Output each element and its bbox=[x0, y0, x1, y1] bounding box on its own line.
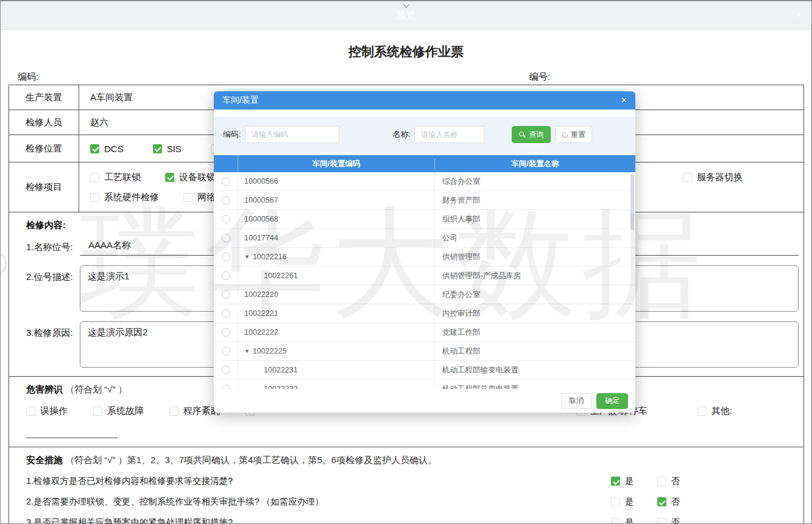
modal-title: 车间/装置 bbox=[222, 95, 259, 106]
table-row[interactable]: ▼10022220 纪委办公室 bbox=[214, 285, 635, 304]
row-radio[interactable] bbox=[222, 215, 230, 223]
row-radio[interactable] bbox=[222, 366, 230, 374]
reset-button[interactable]: 重置 bbox=[556, 126, 592, 143]
system-failure-checkbox[interactable] bbox=[93, 407, 102, 416]
row-name: 公司 bbox=[435, 233, 635, 243]
table-row[interactable]: ▼10017744 公司 bbox=[214, 229, 635, 248]
workshop-device-modal: 车间/装置 × 编码: 名称: 查询 重置 车间/装置编码 车间/装置名称 bbox=[214, 91, 635, 413]
row-radio[interactable] bbox=[222, 328, 230, 337]
yes-label: 是 bbox=[625, 496, 634, 508]
row-name: 党建工作部 bbox=[435, 327, 635, 338]
misoperation-label: 误操作 bbox=[40, 405, 68, 417]
row-radio[interactable] bbox=[222, 177, 230, 186]
row-radio[interactable] bbox=[222, 234, 230, 242]
no-checkbox[interactable] bbox=[657, 497, 666, 506]
hazard-heading-text: 危害辨识 bbox=[26, 384, 63, 394]
table-row[interactable]: ▼10022221 内控审计部 bbox=[214, 304, 635, 323]
row-code: 10000568 bbox=[244, 215, 278, 223]
no-label: 否 bbox=[671, 517, 680, 524]
dcs-checkbox[interactable] bbox=[90, 144, 99, 153]
row-code: 10022220 bbox=[244, 290, 278, 299]
confirm-button[interactable]: 确定 bbox=[596, 393, 628, 409]
collapse-chevron-icon[interactable] bbox=[403, 2, 409, 5]
yes-label: 是 bbox=[625, 475, 634, 487]
table-row[interactable]: ▼10022225 机动工程部 bbox=[214, 342, 635, 361]
reset-button-label: 重置 bbox=[571, 130, 585, 140]
cancel-button[interactable]: 取消 bbox=[561, 393, 591, 409]
server-switch-checkbox[interactable] bbox=[683, 173, 692, 182]
row-code: 10022231 bbox=[264, 366, 298, 374]
process-interlock-label: 工艺联锁 bbox=[104, 172, 141, 183]
number-label: 编号: bbox=[529, 71, 550, 83]
table-row[interactable]: ▼10022232 机动工程部总变电装置 bbox=[214, 380, 635, 389]
misoperation-checkbox[interactable] bbox=[26, 407, 35, 416]
hazard-note: （符合划 “√” ） bbox=[65, 384, 127, 394]
modal-close-icon[interactable]: × bbox=[621, 96, 627, 105]
table-row[interactable]: ▼10000566 综合办公室 bbox=[214, 172, 635, 191]
table-body: ▼10000566 综合办公室 ▼10000567 财务资产部 ▼1000056… bbox=[214, 172, 635, 389]
dcs-label: DCS bbox=[104, 144, 124, 154]
row-name: 综合办公室 bbox=[435, 176, 635, 187]
row-radio[interactable] bbox=[222, 309, 230, 318]
row-radio[interactable] bbox=[222, 347, 230, 355]
search-code-input[interactable] bbox=[245, 126, 339, 143]
search-icon bbox=[519, 131, 526, 138]
row-name: 组织人事部 bbox=[435, 214, 635, 225]
row-name: 机动工程部输变电装置 bbox=[435, 365, 635, 376]
sis-checkbox[interactable] bbox=[153, 144, 162, 153]
equipment-interlock-checkbox[interactable] bbox=[165, 173, 174, 182]
search-name-label: 名称: bbox=[393, 129, 411, 140]
yes-label: 是 bbox=[625, 517, 634, 524]
row-code: 10022225 bbox=[253, 347, 287, 355]
process-interlock-checkbox[interactable] bbox=[90, 173, 99, 182]
search-button[interactable]: 查询 bbox=[512, 126, 551, 143]
row-name: 供销管理部 bbox=[435, 252, 635, 262]
row-radio[interactable] bbox=[222, 271, 230, 280]
items-label: 检修项目 bbox=[9, 162, 79, 212]
safety-question-row: 1.检修双方是否已对检修内容和检修要求等交接清楚? 是 否 bbox=[26, 475, 803, 487]
option-system-failure: 系统故障 bbox=[93, 405, 144, 417]
equipment-interlock-label: 设备联锁 bbox=[179, 172, 216, 183]
system-hardware-checkbox[interactable] bbox=[90, 193, 99, 202]
table-row[interactable]: ▼10000567 财务资产部 bbox=[214, 191, 635, 210]
other-checkbox[interactable] bbox=[697, 407, 707, 416]
table-row[interactable]: ▼10022216 供销管理部 bbox=[214, 248, 635, 267]
search-name-input[interactable] bbox=[414, 126, 484, 143]
personnel-label: 检修人员 bbox=[9, 110, 79, 134]
row-radio[interactable] bbox=[222, 253, 230, 261]
expand-arrow-icon[interactable]: ▼ bbox=[244, 254, 250, 260]
row-radio[interactable] bbox=[222, 290, 230, 299]
option-server-switch: 服务器切换 bbox=[683, 172, 743, 183]
table-row[interactable]: ▼10000568 组织人事部 bbox=[214, 210, 635, 229]
row-radio[interactable] bbox=[222, 196, 230, 204]
row-radio[interactable] bbox=[222, 385, 230, 389]
program-disorder-checkbox[interactable] bbox=[169, 407, 178, 416]
row-name: 财务资产部 bbox=[435, 195, 635, 206]
yes-checkbox[interactable] bbox=[611, 497, 620, 506]
preview-header: 预览 × bbox=[1, 1, 811, 30]
header-name: 车间/装置名称 bbox=[435, 159, 635, 169]
option-equipment-interlock: 设备联锁 bbox=[165, 172, 216, 183]
search-button-label: 查询 bbox=[529, 130, 543, 140]
no-checkbox[interactable] bbox=[657, 518, 666, 524]
expand-arrow-icon[interactable]: ▼ bbox=[244, 348, 250, 354]
maintenance-reason-label: 3.检修原因: bbox=[26, 321, 80, 339]
network-equipment-checkbox[interactable] bbox=[183, 193, 192, 202]
table-row[interactable]: ▼10022231 机动工程部输变电装置 bbox=[214, 361, 635, 380]
table-row[interactable]: ▼10022261 供销管理部-产成品库房 bbox=[214, 267, 635, 285]
no-label: 否 bbox=[671, 496, 680, 508]
preview-close-icon[interactable]: × bbox=[795, 9, 802, 21]
no-checkbox[interactable] bbox=[657, 477, 666, 486]
table-row[interactable]: ▼10022222 党建工作部 bbox=[214, 323, 635, 342]
section-safety-measures: 安全措施 （符合划 “√” ）第1、2、3、7项共同确认，第4项工艺确认，第5、… bbox=[9, 447, 803, 524]
row-code: 10022221 bbox=[244, 309, 278, 318]
yes-checkbox[interactable] bbox=[611, 477, 620, 486]
yes-checkbox[interactable] bbox=[611, 518, 620, 524]
safety-question-row: 2.是否需要办理联锁、变更、控制系统作业等相关审批手续? （如需应办理） 是 否 bbox=[26, 496, 803, 508]
location-label: 检修位置 bbox=[9, 135, 79, 162]
safety-questions: 1.检修双方是否已对检修内容和检修要求等交接清楚? 是 否 2.是否需要办理联锁… bbox=[26, 475, 803, 524]
device-label: 生产装置 bbox=[9, 85, 79, 110]
table-scrollbar[interactable] bbox=[630, 174, 634, 230]
row-name: 纪委办公室 bbox=[435, 290, 635, 300]
drawer-handle[interactable] bbox=[0, 254, 6, 273]
